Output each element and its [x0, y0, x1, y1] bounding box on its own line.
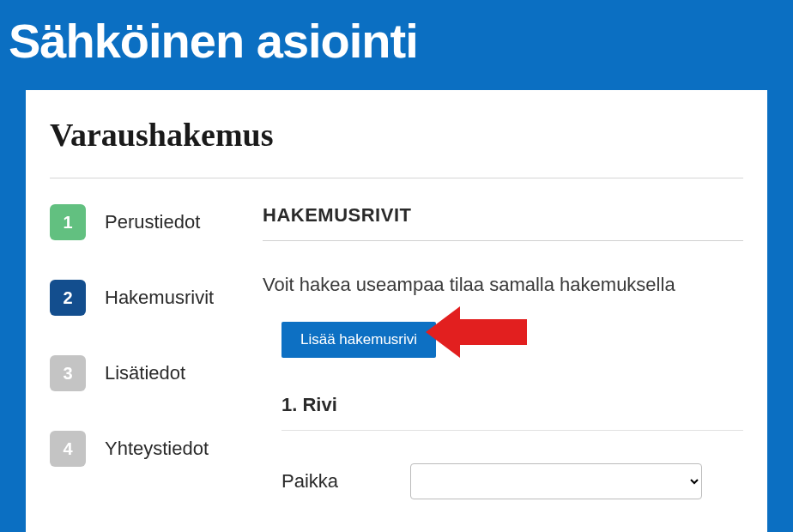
- step-number-2: 2: [50, 280, 86, 316]
- step-sidebar: 1 Perustiedot 2 Hakemusrivit 3 Lisätiedo…: [50, 204, 263, 506]
- svg-marker-0: [426, 306, 527, 358]
- step-number-3: 3: [50, 355, 86, 391]
- step-label-4: Yhteystiedot: [105, 438, 209, 460]
- row-divider: [281, 430, 743, 431]
- step-yhteystiedot[interactable]: 4 Yhteystiedot: [50, 431, 263, 467]
- main-panel: HAKEMUSRIVIT Voit hakea useampaa tilaa s…: [263, 204, 743, 506]
- step-label-2: Hakemusrivit: [105, 287, 214, 309]
- place-row: Paikka: [281, 463, 743, 499]
- content-row: 1 Perustiedot 2 Hakemusrivit 3 Lisätiedo…: [50, 204, 743, 506]
- step-label-1: Perustiedot: [105, 211, 200, 233]
- section-divider: [263, 240, 743, 241]
- form-card: Varaushakemus 1 Perustiedot 2 Hakemusriv…: [26, 90, 767, 532]
- pointer-arrow-icon: [426, 302, 529, 362]
- step-label-3: Lisätiedot: [105, 362, 185, 384]
- place-select-wrap: [410, 463, 743, 499]
- header-title: Sähköinen asiointi: [9, 13, 793, 69]
- info-text: Voit hakea useampaa tilaa samalla hakemu…: [263, 274, 743, 296]
- row-heading: 1. Rivi: [281, 394, 743, 416]
- page-title: Varaushakemus: [50, 116, 743, 154]
- step-number-1: 1: [50, 204, 86, 240]
- step-perustiedot[interactable]: 1 Perustiedot: [50, 204, 263, 240]
- page-header: Sähköinen asiointi: [0, 0, 793, 90]
- place-select[interactable]: [410, 463, 702, 499]
- add-row-button[interactable]: Lisää hakemusrivi: [281, 322, 436, 358]
- place-label: Paikka: [281, 470, 410, 493]
- step-hakemusrivit[interactable]: 2 Hakemusrivit: [50, 280, 263, 316]
- title-divider: [50, 178, 743, 178]
- step-number-4: 4: [50, 431, 86, 467]
- step-lisatiedot[interactable]: 3 Lisätiedot: [50, 355, 263, 391]
- section-title: HAKEMUSRIVIT: [263, 204, 743, 227]
